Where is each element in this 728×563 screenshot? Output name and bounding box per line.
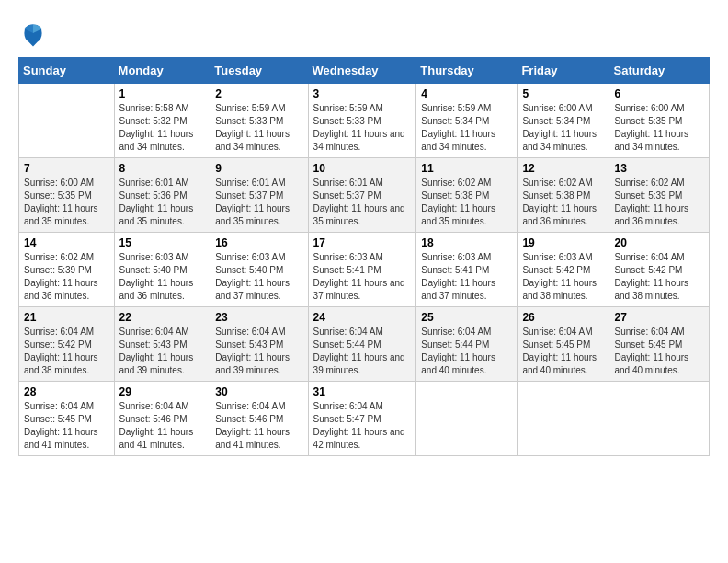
day-number: 16 (215, 236, 302, 249)
day-info: Sunrise: 6:04 AMSunset: 5:44 PMDaylight:… (421, 326, 512, 377)
day-info: Sunrise: 6:01 AMSunset: 5:36 PMDaylight:… (119, 177, 206, 228)
day-number: 31 (313, 385, 412, 398)
day-cell: 7Sunrise: 6:00 AMSunset: 5:35 PMDaylight… (19, 158, 115, 233)
day-info: Sunrise: 6:04 AMSunset: 5:45 PMDaylight:… (614, 326, 704, 377)
logo-icon (18, 18, 48, 48)
day-cell: 27Sunrise: 6:04 AMSunset: 5:45 PMDayligh… (609, 307, 710, 382)
header-wednesday: Wednesday (308, 58, 416, 84)
day-cell: 31Sunrise: 6:04 AMSunset: 5:47 PMDayligh… (308, 382, 416, 456)
header-tuesday: Tuesday (210, 58, 308, 84)
day-number: 7 (24, 162, 109, 175)
day-number: 3 (313, 87, 412, 100)
day-cell: 8Sunrise: 6:01 AMSunset: 5:36 PMDaylight… (114, 158, 210, 233)
day-info: Sunrise: 6:03 AMSunset: 5:41 PMDaylight:… (313, 251, 412, 303)
page-header (18, 18, 710, 48)
day-cell: 12Sunrise: 6:02 AMSunset: 5:38 PMDayligh… (518, 158, 609, 233)
day-cell: 25Sunrise: 6:04 AMSunset: 5:44 PMDayligh… (416, 307, 518, 382)
day-cell: 9Sunrise: 6:01 AMSunset: 5:37 PMDaylight… (210, 158, 308, 233)
day-number: 21 (24, 311, 109, 324)
day-cell: 19Sunrise: 6:03 AMSunset: 5:42 PMDayligh… (518, 233, 609, 307)
day-info: Sunrise: 6:04 AMSunset: 5:46 PMDaylight:… (215, 400, 302, 452)
header-saturday: Saturday (609, 58, 710, 84)
day-number: 6 (614, 87, 704, 100)
day-info: Sunrise: 5:58 AMSunset: 5:32 PMDaylight:… (119, 102, 206, 154)
day-cell: 6Sunrise: 6:00 AMSunset: 5:35 PMDaylight… (609, 84, 710, 158)
day-cell (518, 382, 609, 456)
day-number: 23 (215, 311, 302, 324)
day-cell (416, 382, 518, 456)
day-cell: 2Sunrise: 5:59 AMSunset: 5:33 PMDaylight… (210, 84, 308, 158)
day-number: 12 (522, 162, 604, 175)
day-cell: 14Sunrise: 6:02 AMSunset: 5:39 PMDayligh… (19, 233, 115, 307)
day-cell: 18Sunrise: 6:03 AMSunset: 5:41 PMDayligh… (416, 233, 518, 307)
day-info: Sunrise: 6:02 AMSunset: 5:38 PMDaylight:… (421, 177, 512, 228)
day-info: Sunrise: 6:03 AMSunset: 5:42 PMDaylight:… (522, 251, 604, 303)
day-cell: 24Sunrise: 6:04 AMSunset: 5:44 PMDayligh… (308, 307, 416, 382)
day-cell: 21Sunrise: 6:04 AMSunset: 5:42 PMDayligh… (19, 307, 115, 382)
week-row-2: 7Sunrise: 6:00 AMSunset: 5:35 PMDaylight… (19, 158, 710, 233)
day-number: 13 (614, 162, 704, 175)
day-info: Sunrise: 6:02 AMSunset: 5:38 PMDaylight:… (522, 177, 604, 228)
day-info: Sunrise: 6:03 AMSunset: 5:40 PMDaylight:… (215, 251, 302, 303)
day-cell: 20Sunrise: 6:04 AMSunset: 5:42 PMDayligh… (609, 233, 710, 307)
day-cell: 17Sunrise: 6:03 AMSunset: 5:41 PMDayligh… (308, 233, 416, 307)
day-info: Sunrise: 6:04 AMSunset: 5:42 PMDaylight:… (24, 326, 109, 377)
day-info: Sunrise: 6:04 AMSunset: 5:43 PMDaylight:… (215, 326, 302, 377)
day-cell: 22Sunrise: 6:04 AMSunset: 5:43 PMDayligh… (114, 307, 210, 382)
day-number: 14 (24, 236, 109, 249)
day-number: 1 (119, 87, 206, 100)
day-info: Sunrise: 6:04 AMSunset: 5:43 PMDaylight:… (119, 326, 206, 377)
logo (18, 18, 51, 48)
day-info: Sunrise: 6:00 AMSunset: 5:34 PMDaylight:… (522, 102, 604, 154)
day-cell: 30Sunrise: 6:04 AMSunset: 5:46 PMDayligh… (210, 382, 308, 456)
day-number: 18 (421, 236, 512, 249)
day-info: Sunrise: 6:04 AMSunset: 5:47 PMDaylight:… (313, 400, 412, 452)
day-number: 15 (119, 236, 206, 249)
day-cell: 11Sunrise: 6:02 AMSunset: 5:38 PMDayligh… (416, 158, 518, 233)
day-cell: 23Sunrise: 6:04 AMSunset: 5:43 PMDayligh… (210, 307, 308, 382)
day-info: Sunrise: 6:04 AMSunset: 5:46 PMDaylight:… (119, 400, 206, 452)
day-number: 30 (215, 385, 302, 398)
week-row-5: 28Sunrise: 6:04 AMSunset: 5:45 PMDayligh… (19, 382, 710, 456)
week-row-1: 1Sunrise: 5:58 AMSunset: 5:32 PMDaylight… (19, 84, 710, 158)
day-cell: 5Sunrise: 6:00 AMSunset: 5:34 PMDaylight… (518, 84, 609, 158)
day-number: 9 (215, 162, 302, 175)
day-cell: 4Sunrise: 5:59 AMSunset: 5:34 PMDaylight… (416, 84, 518, 158)
day-info: Sunrise: 5:59 AMSunset: 5:33 PMDaylight:… (215, 102, 302, 154)
day-number: 28 (24, 385, 109, 398)
day-number: 20 (614, 236, 704, 249)
day-number: 8 (119, 162, 206, 175)
header-monday: Monday (114, 58, 210, 84)
day-info: Sunrise: 6:04 AMSunset: 5:44 PMDaylight:… (313, 326, 412, 377)
calendar-header-row: SundayMondayTuesdayWednesdayThursdayFrid… (19, 58, 710, 84)
day-number: 5 (522, 87, 604, 100)
day-cell (609, 382, 710, 456)
day-cell: 28Sunrise: 6:04 AMSunset: 5:45 PMDayligh… (19, 382, 115, 456)
day-cell: 29Sunrise: 6:04 AMSunset: 5:46 PMDayligh… (114, 382, 210, 456)
day-info: Sunrise: 6:03 AMSunset: 5:41 PMDaylight:… (421, 251, 512, 303)
day-number: 26 (522, 311, 604, 324)
day-info: Sunrise: 6:00 AMSunset: 5:35 PMDaylight:… (24, 177, 109, 228)
day-info: Sunrise: 6:00 AMSunset: 5:35 PMDaylight:… (614, 102, 704, 154)
day-number: 29 (119, 385, 206, 398)
day-cell: 13Sunrise: 6:02 AMSunset: 5:39 PMDayligh… (609, 158, 710, 233)
day-info: Sunrise: 6:04 AMSunset: 5:45 PMDaylight:… (522, 326, 604, 377)
day-info: Sunrise: 6:02 AMSunset: 5:39 PMDaylight:… (24, 251, 109, 303)
day-info: Sunrise: 5:59 AMSunset: 5:34 PMDaylight:… (421, 102, 512, 154)
day-cell: 15Sunrise: 6:03 AMSunset: 5:40 PMDayligh… (114, 233, 210, 307)
calendar-table: SundayMondayTuesdayWednesdayThursdayFrid… (18, 57, 710, 456)
day-number: 10 (313, 162, 412, 175)
day-info: Sunrise: 6:02 AMSunset: 5:39 PMDaylight:… (614, 177, 704, 228)
day-number: 11 (421, 162, 512, 175)
week-row-4: 21Sunrise: 6:04 AMSunset: 5:42 PMDayligh… (19, 307, 710, 382)
day-cell: 26Sunrise: 6:04 AMSunset: 5:45 PMDayligh… (518, 307, 609, 382)
day-cell (19, 84, 115, 158)
header-thursday: Thursday (416, 58, 518, 84)
week-row-3: 14Sunrise: 6:02 AMSunset: 5:39 PMDayligh… (19, 233, 710, 307)
day-cell: 1Sunrise: 5:58 AMSunset: 5:32 PMDaylight… (114, 84, 210, 158)
day-info: Sunrise: 6:04 AMSunset: 5:42 PMDaylight:… (614, 251, 704, 303)
day-cell: 16Sunrise: 6:03 AMSunset: 5:40 PMDayligh… (210, 233, 308, 307)
header-friday: Friday (518, 58, 609, 84)
day-number: 2 (215, 87, 302, 100)
day-info: Sunrise: 5:59 AMSunset: 5:33 PMDaylight:… (313, 102, 412, 154)
